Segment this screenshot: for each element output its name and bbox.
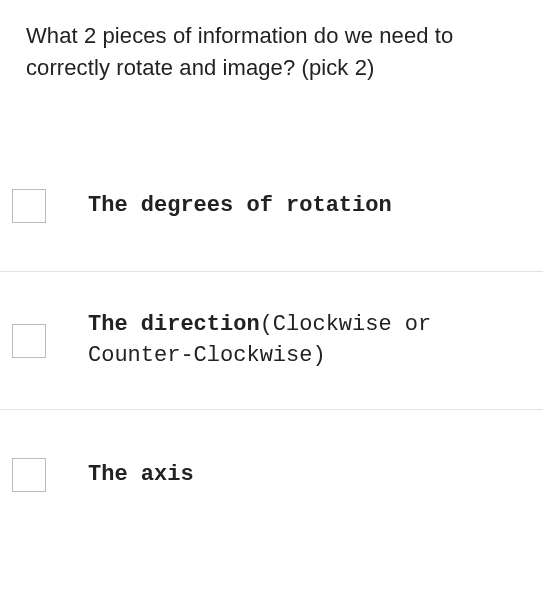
option-checkbox-3[interactable] bbox=[12, 458, 46, 492]
option-bold-text: The axis bbox=[88, 462, 194, 487]
option-bold-text: The degrees of rotation bbox=[88, 193, 392, 218]
option-label: The axis bbox=[88, 460, 224, 491]
option-row: The axis bbox=[0, 410, 543, 540]
option-row: The direction(Clockwise or Counter-Clock… bbox=[0, 272, 543, 411]
option-label: The direction(Clockwise or Counter-Clock… bbox=[88, 310, 543, 372]
option-label: The degrees of rotation bbox=[88, 191, 422, 222]
option-checkbox-2[interactable] bbox=[12, 324, 46, 358]
option-checkbox-1[interactable] bbox=[12, 189, 46, 223]
question-container: What 2 pieces of information do we need … bbox=[0, 0, 543, 84]
options-list: The degrees of rotation The direction(Cl… bbox=[0, 142, 543, 541]
option-row: The degrees of rotation bbox=[0, 142, 543, 272]
option-bold-text: The direction bbox=[88, 312, 260, 337]
question-text: What 2 pieces of information do we need … bbox=[26, 20, 517, 84]
